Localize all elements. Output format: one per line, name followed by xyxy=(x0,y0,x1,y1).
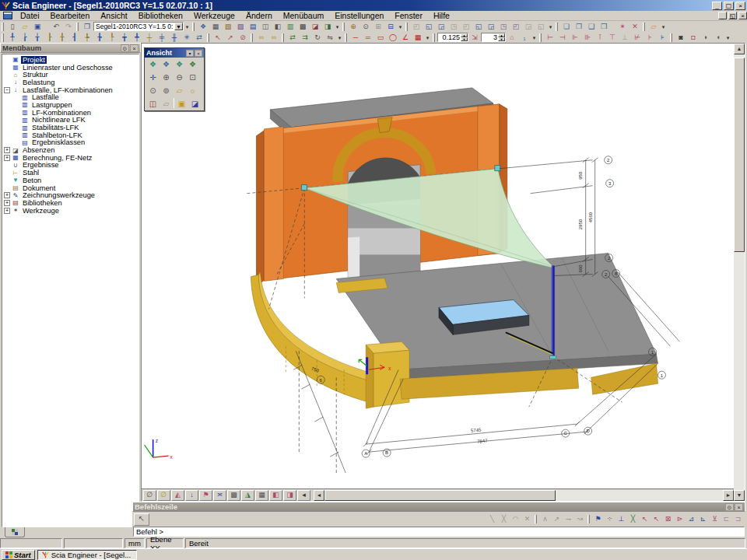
menu--ndern[interactable]: Ändern xyxy=(240,11,278,20)
project-settings-button[interactable]: ❖ xyxy=(197,22,209,32)
column-button[interactable]: ╁ xyxy=(31,33,44,43)
select-by-cursor-button[interactable]: ↗ xyxy=(224,33,237,43)
start-button[interactable]: Start xyxy=(2,550,35,560)
snap-tangent-button[interactable]: ⊻ xyxy=(709,514,721,525)
print-button[interactable]: ◫ xyxy=(259,22,272,32)
mirror-button[interactable]: ⇋ xyxy=(324,33,336,43)
member-1d-button[interactable]: ╀ xyxy=(6,33,19,43)
snap-length-button[interactable]: ⊾ xyxy=(697,514,709,525)
shading-button[interactable]: ◮ xyxy=(241,490,254,501)
view-layout-1-button[interactable]: ◰ xyxy=(410,22,423,32)
visibility-glasses-button[interactable]: ∞ xyxy=(255,33,268,43)
wall-button[interactable]: ╂ xyxy=(56,33,68,43)
deselect-button[interactable]: ⊘ xyxy=(237,33,249,43)
view-params-2-button[interactable]: ◨ xyxy=(283,490,296,501)
tree-item-projekt[interactable]: ▣Projekt xyxy=(4,56,139,64)
tree-item-struktur[interactable]: ⌂Struktur xyxy=(4,71,139,79)
expand-icon[interactable]: + xyxy=(4,147,10,153)
paperspace-gallery-button[interactable]: ▨ xyxy=(234,22,247,32)
scale-apply-button[interactable]: ⇲ xyxy=(468,33,481,43)
attachment-2-button[interactable]: ∅ xyxy=(157,490,170,501)
dimension-style-button[interactable]: ₁ xyxy=(518,33,531,43)
close-panel-icon[interactable]: × xyxy=(130,44,139,52)
mdi-close-button[interactable]: × xyxy=(738,12,747,19)
tree-item-lastgruppen[interactable]: ▥Lastgruppen xyxy=(4,101,139,109)
selection-mode-button[interactable]: ◭ xyxy=(171,490,184,501)
graphics-viewport[interactable]: 950 2950 660 4560 750 5745 7847 2 3 2 2 … xyxy=(141,43,745,502)
shell-button[interactable]: ╄ xyxy=(81,33,93,43)
undo-button[interactable]: ↶ xyxy=(50,22,62,32)
zoom-in-button[interactable]: ⊕ xyxy=(160,72,173,83)
document-button[interactable]: ▤ xyxy=(247,22,259,32)
mdi-restore-button[interactable]: ◱ xyxy=(728,12,737,19)
draw-grid-button[interactable]: ▦ xyxy=(412,33,424,43)
horizontal-scroll-thumb[interactable] xyxy=(324,490,556,501)
load-display-button[interactable]: ↓ xyxy=(185,490,198,501)
pin-icon[interactable]: ⊙ xyxy=(725,503,734,511)
hinge-button[interactable]: ╪ xyxy=(156,33,168,43)
tree-item-ergebnisklassen[interactable]: ▤Ergebnisklassen xyxy=(4,139,139,147)
fe-mesh-button[interactable]: ▦ xyxy=(255,490,268,501)
line-grid-snap-button[interactable]: ⊥ xyxy=(615,514,627,525)
dim-leader-button[interactable]: ⊥ xyxy=(619,33,631,43)
snap-point-3-button[interactable]: ⇁ xyxy=(563,514,574,525)
menu-tree-tab[interactable] xyxy=(5,527,25,537)
dim-angular-button[interactable]: ⊪ xyxy=(581,33,594,43)
draw-circle-button[interactable]: ◯ xyxy=(387,33,399,43)
support-button[interactable]: ┼ xyxy=(143,33,156,43)
activity-invert-button[interactable]: ◖ xyxy=(712,33,724,43)
tile-horizontal-button[interactable]: ❑ xyxy=(585,22,598,32)
view-rotate-x-button[interactable]: ❖ xyxy=(146,58,160,70)
menu-hilfe[interactable]: Hilfe xyxy=(428,11,455,20)
snap-arc-button[interactable]: ◠ xyxy=(510,514,521,525)
cancel-selection-button[interactable]: ↖ xyxy=(134,513,149,526)
copy-view-button[interactable]: ▱ xyxy=(160,98,173,110)
activity-onoff-button[interactable]: ◗ xyxy=(700,33,712,43)
tree-item-absenzen[interactable]: +◪Absenzen xyxy=(4,146,139,154)
draw-overflow[interactable]: ▾ xyxy=(424,33,431,43)
status-units[interactable]: mm xyxy=(124,538,145,548)
plate-button[interactable]: ┠ xyxy=(44,33,56,43)
new-project-button[interactable]: ▯ xyxy=(6,22,19,32)
user-blocks-button[interactable]: ▱ xyxy=(647,22,660,32)
view-params-1-button[interactable]: ◧ xyxy=(269,490,282,501)
update-button[interactable]: ◨ xyxy=(321,22,334,32)
expand-icon[interactable]: + xyxy=(4,155,10,161)
draw-angle-button[interactable]: ∠ xyxy=(399,33,412,43)
tree-item-dokument[interactable]: ▤Dokument xyxy=(4,184,139,192)
expand-icon[interactable]: + xyxy=(4,208,10,214)
snap-off-button[interactable]: ╳ xyxy=(627,514,639,525)
tree-item-berechnung-fe-netz[interactable]: +▦Berechnung, FE-Netz xyxy=(4,154,139,162)
collapse-icon[interactable]: − xyxy=(4,87,10,93)
minimize-button[interactable]: _ xyxy=(712,2,722,10)
engineering-report-button[interactable]: ▥ xyxy=(284,22,296,32)
snap-point-1-button[interactable]: ∧ xyxy=(539,514,551,525)
print-preview-button[interactable]: ◧ xyxy=(272,22,284,32)
toolbar-grip[interactable] xyxy=(670,33,672,42)
modify-overflow[interactable]: ▾ xyxy=(336,33,343,43)
render-mode-button[interactable]: ▩ xyxy=(227,490,240,501)
cross-link-button[interactable]: ╈ xyxy=(118,33,131,43)
clipping-box-button[interactable]: ▣ xyxy=(175,98,188,110)
menu-bearbeiten[interactable]: Bearbeiten xyxy=(45,11,96,20)
toolbar-grip[interactable] xyxy=(345,33,347,42)
sail-anchor-right[interactable] xyxy=(495,166,500,171)
tree-item-belastung[interactable]: ↓Belastung xyxy=(4,79,139,86)
snap-ortho-button[interactable]: ⊏ xyxy=(721,514,732,525)
cursor-snap-settings-button[interactable]: ⚑ xyxy=(592,514,604,525)
toolbar-grip[interactable] xyxy=(282,33,284,42)
catalog-block-button[interactable]: ╫ xyxy=(168,33,181,43)
dim-continue-button[interactable]: ⊦ xyxy=(644,33,656,43)
combobox-dropdown-icon[interactable]: ▼ xyxy=(174,23,183,30)
clipboard-overflow[interactable]: ▾ xyxy=(397,22,404,32)
dim-radius-button[interactable]: ⊺ xyxy=(594,33,606,43)
view-layout-7-button[interactable]: ◲ xyxy=(485,22,497,32)
tree-item-lastf-lle[interactable]: ▥Lastfälle xyxy=(4,93,139,101)
command-input[interactable]: Befehl > xyxy=(133,527,745,537)
help-topics-button[interactable]: ✶ xyxy=(616,22,629,32)
snap-last-button[interactable]: ⊐ xyxy=(732,514,744,525)
project-combo-overflow[interactable]: ▾ xyxy=(184,22,191,32)
label-display-button[interactable]: ⚑ xyxy=(199,490,212,501)
view-layout-10-button[interactable]: ◲ xyxy=(522,22,535,32)
snap-midpoint-button[interactable]: ╳ xyxy=(498,514,510,525)
